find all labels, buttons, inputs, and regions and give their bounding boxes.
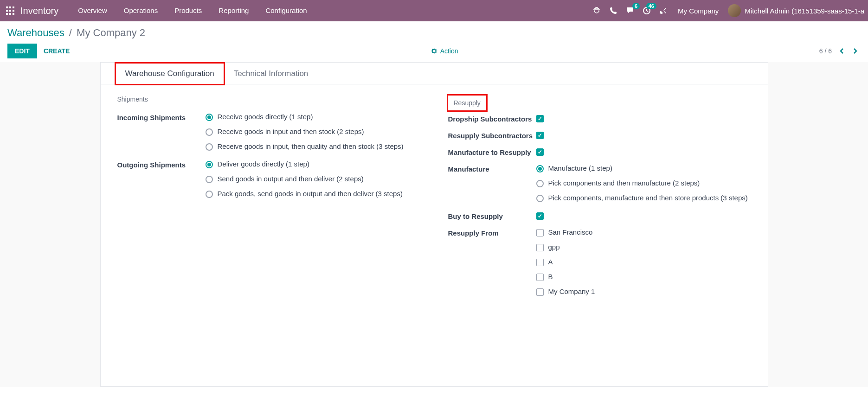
action-label: Action bbox=[440, 47, 458, 55]
svg-rect-8 bbox=[13, 13, 14, 15]
svg-rect-2 bbox=[13, 6, 14, 8]
gear-icon bbox=[431, 48, 437, 54]
svg-rect-6 bbox=[6, 13, 8, 15]
svg-rect-3 bbox=[6, 10, 8, 12]
radio-icon bbox=[206, 176, 213, 183]
radio-icon bbox=[536, 180, 544, 187]
checkbox-icon bbox=[536, 274, 544, 281]
pager-next[interactable] bbox=[849, 45, 861, 57]
chevron-left-icon bbox=[840, 48, 844, 54]
checkbox-resupply-subcontractors[interactable] bbox=[536, 132, 544, 139]
app-title[interactable]: Inventory bbox=[20, 6, 58, 16]
radio-manufacture-2steps[interactable]: Pick components and then manufacture (2 … bbox=[536, 179, 751, 187]
breadcrumb-current: My Company 2 bbox=[77, 27, 145, 38]
messaging-badge: 6 bbox=[632, 3, 640, 9]
label-dropship-subcontractors: Dropship Subcontractors bbox=[448, 114, 536, 127]
label-manufacture-to-resupply: Manufacture to Resupply bbox=[448, 147, 536, 160]
svg-rect-4 bbox=[9, 10, 11, 12]
nav-operations[interactable]: Operations bbox=[116, 0, 166, 21]
svg-rect-5 bbox=[13, 10, 14, 12]
tabs: Warehouse Configuration Technical Inform… bbox=[101, 63, 768, 84]
radio-icon bbox=[536, 195, 544, 202]
nav-right: 6 46 My Company Mitchell Admin (16151359… bbox=[592, 4, 864, 17]
radio-icon bbox=[206, 128, 213, 136]
checkbox-icon bbox=[536, 259, 544, 266]
user-menu[interactable]: Mitchell Admin (16151359-saas-15-1-a bbox=[728, 4, 864, 17]
tab-warehouse-configuration[interactable]: Warehouse Configuration bbox=[116, 63, 224, 84]
radio-icon bbox=[206, 161, 213, 168]
nav-overview[interactable]: Overview bbox=[70, 0, 116, 21]
tab-technical-information[interactable]: Technical Information bbox=[224, 63, 318, 84]
nav-menu: Overview Operations Products Reporting C… bbox=[70, 0, 315, 21]
radio-incoming-2steps[interactable]: Receive goods in input and then stock (2… bbox=[206, 128, 420, 136]
activity-badge: 46 bbox=[646, 3, 656, 9]
radio-manufacture-3steps[interactable]: Pick components, manufacture and then st… bbox=[536, 194, 751, 202]
create-button[interactable]: CREATE bbox=[44, 47, 70, 55]
radio-incoming-1step[interactable]: Receive goods directly (1 step) bbox=[206, 113, 420, 121]
checkbox-icon bbox=[536, 229, 544, 236]
nav-configuration[interactable]: Configuration bbox=[257, 0, 315, 21]
breadcrumb-parent[interactable]: Warehouses bbox=[7, 27, 64, 38]
radio-outgoing-2steps[interactable]: Send goods in output and then deliver (2… bbox=[206, 175, 420, 183]
edit-button[interactable]: EDIT bbox=[7, 44, 37, 58]
avatar bbox=[728, 4, 741, 17]
nav-reporting[interactable]: Reporting bbox=[210, 0, 257, 21]
checkbox-manufacture-to-resupply[interactable] bbox=[536, 148, 544, 156]
tools-icon[interactable] bbox=[658, 6, 669, 16]
radio-outgoing-3steps[interactable]: Pack goods, send goods in output and the… bbox=[206, 190, 420, 198]
checkbox-resupply-from-mycompany1[interactable]: My Company 1 bbox=[536, 287, 751, 296]
label-incoming-shipments: Incoming Shipments bbox=[117, 113, 206, 151]
apps-icon[interactable] bbox=[4, 4, 17, 17]
pager-prev[interactable] bbox=[836, 45, 848, 57]
radio-icon bbox=[206, 143, 213, 151]
radio-icon bbox=[206, 114, 213, 121]
navbar: Inventory Overview Operations Products R… bbox=[0, 0, 868, 21]
action-dropdown[interactable]: Action bbox=[431, 47, 458, 55]
control-panel: Warehouses / My Company 2 EDIT CREATE Ac… bbox=[0, 21, 868, 58]
label-resupply-from: Resupply From bbox=[448, 228, 536, 296]
user-name: Mitchell Admin (16151359-saas-15-1-a bbox=[745, 7, 864, 15]
activity-icon[interactable]: 46 bbox=[642, 6, 652, 16]
section-resupply: Resupply bbox=[448, 96, 486, 110]
checkbox-buy-to-resupply[interactable] bbox=[536, 212, 544, 220]
radio-manufacture-1step[interactable]: Manufacture (1 step) bbox=[536, 164, 751, 172]
checkbox-resupply-from-gpp[interactable]: gpp bbox=[536, 243, 751, 251]
label-outgoing-shipments: Outgoing Shipments bbox=[117, 160, 206, 198]
checkbox-resupply-from-a[interactable]: A bbox=[536, 258, 751, 266]
pager-text[interactable]: 6 / 6 bbox=[819, 47, 832, 55]
chevron-right-icon bbox=[853, 48, 857, 54]
radio-icon bbox=[206, 191, 213, 198]
breadcrumb: Warehouses / My Company 2 bbox=[7, 27, 861, 39]
company-selector[interactable]: My Company bbox=[675, 7, 721, 15]
checkbox-resupply-from-sf[interactable]: San Francisco bbox=[536, 228, 751, 236]
label-resupply-subcontractors: Resupply Subcontractors bbox=[448, 131, 536, 144]
svg-rect-7 bbox=[9, 13, 11, 15]
svg-rect-1 bbox=[9, 6, 11, 8]
radio-outgoing-1step[interactable]: Deliver goods directly (1 step) bbox=[206, 160, 420, 168]
label-manufacture: Manufacture bbox=[448, 164, 536, 202]
checkbox-icon bbox=[536, 244, 544, 251]
checkbox-icon bbox=[536, 288, 544, 296]
form-sheet: Warehouse Configuration Technical Inform… bbox=[100, 62, 768, 387]
svg-rect-0 bbox=[6, 6, 8, 8]
checkbox-dropship-subcontractors[interactable] bbox=[536, 115, 544, 122]
label-buy-to-resupply: Buy to Resupply bbox=[448, 211, 536, 224]
debug-icon[interactable] bbox=[592, 6, 602, 16]
phone-icon[interactable] bbox=[608, 6, 618, 16]
radio-icon bbox=[536, 165, 544, 172]
messaging-icon[interactable]: 6 bbox=[625, 6, 635, 16]
section-shipments: Shipments bbox=[117, 96, 420, 106]
radio-incoming-3steps[interactable]: Receive goods in input, then quality and… bbox=[206, 142, 420, 151]
nav-products[interactable]: Products bbox=[166, 0, 210, 21]
checkbox-resupply-from-b[interactable]: B bbox=[536, 273, 751, 281]
